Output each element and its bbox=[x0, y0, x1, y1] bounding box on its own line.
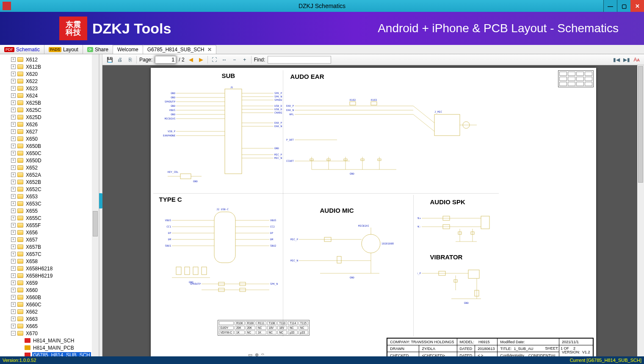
tree-expand-icon[interactable] bbox=[11, 79, 16, 83]
tree-expand-icon[interactable] bbox=[11, 273, 16, 278]
copy-icon[interactable]: ⎘ bbox=[126, 56, 134, 64]
tree-expand-icon[interactable] bbox=[11, 295, 16, 300]
tree-expand-icon[interactable] bbox=[11, 230, 16, 235]
tree-folder-X625C[interactable]: X625C bbox=[0, 106, 99, 114]
tree-folder-X653C[interactable]: X653C bbox=[0, 200, 99, 207]
viewer-scroll-thumb[interactable] bbox=[638, 66, 643, 183]
page-canvas[interactable]: SUB AUDO EAR TYPE C AUDIO MIC AUDIO SPK … bbox=[102, 65, 644, 356]
tree-expand-icon[interactable] bbox=[11, 259, 16, 264]
tree-expand-icon[interactable] bbox=[11, 136, 16, 141]
tree-folder-X653[interactable]: X653 bbox=[0, 193, 99, 200]
tree-expand-icon[interactable] bbox=[11, 324, 16, 328]
window-close-button[interactable]: ✕ bbox=[630, 0, 644, 12]
tree-folder-X655[interactable]: X655 bbox=[0, 207, 99, 214]
tree-folder-X620[interactable]: X620 bbox=[0, 70, 99, 78]
tab-share[interactable]: ⟳Share bbox=[83, 45, 113, 54]
tab-layout[interactable]: PADSLayout bbox=[44, 45, 83, 54]
tree-expand-icon[interactable] bbox=[11, 122, 16, 127]
doc-tab-close-icon[interactable]: ✕ bbox=[207, 47, 212, 53]
tree-folder-X612[interactable]: X612 bbox=[0, 56, 99, 63]
tree-expand-icon[interactable] bbox=[11, 201, 16, 206]
tree-folder-X665[interactable]: X665 bbox=[0, 322, 99, 330]
tree-folder-X652C[interactable]: X652C bbox=[0, 186, 99, 193]
tree-expand-icon[interactable] bbox=[11, 64, 16, 69]
tree-expand-icon[interactable] bbox=[11, 288, 16, 292]
tree-folder-X663[interactable]: X663 bbox=[0, 315, 99, 322]
tree-folder-X650[interactable]: X650 bbox=[0, 135, 99, 142]
tree-folder-X660B[interactable]: X660B bbox=[0, 294, 99, 301]
viewer-scrollbar[interactable] bbox=[637, 65, 644, 356]
tree-folder-X660C[interactable]: X660C bbox=[0, 301, 99, 308]
tree-folder-X650D[interactable]: X650D bbox=[0, 157, 99, 164]
tree-folder-X625B[interactable]: X625B bbox=[0, 99, 99, 106]
tree-folder-X652B[interactable]: X652B bbox=[0, 178, 99, 186]
tree-expand-icon[interactable] bbox=[11, 216, 16, 220]
page-input[interactable] bbox=[155, 56, 176, 64]
tree-folder-X670[interactable]: X670 bbox=[0, 330, 99, 337]
text-size-icon[interactable]: Aᴀ bbox=[633, 56, 641, 64]
tree-expand-icon[interactable] bbox=[11, 165, 16, 170]
tree-expand-icon[interactable] bbox=[11, 129, 16, 134]
tree-expand-icon[interactable] bbox=[11, 309, 16, 314]
tree-expand-icon[interactable] bbox=[11, 151, 16, 156]
pane-splitter[interactable] bbox=[99, 54, 102, 356]
tree-expand-icon[interactable] bbox=[11, 208, 16, 213]
fit-width-icon[interactable]: ↔ bbox=[221, 56, 228, 64]
tree-file-H814_MAIN_SCH[interactable]: H814_MAIN_SCH bbox=[0, 337, 99, 344]
tree-expand-icon[interactable] bbox=[11, 86, 16, 91]
tree-expand-icon[interactable] bbox=[11, 187, 16, 192]
tree-file-G6785_H814_SUB_SCH[interactable]: G6785_H814_SUB_SCH bbox=[0, 351, 99, 356]
tree-expand-icon[interactable] bbox=[11, 237, 16, 242]
tree-folder-X625D[interactable]: X625D bbox=[0, 114, 99, 121]
tree-expand-icon[interactable] bbox=[11, 180, 16, 184]
find-next-icon[interactable]: ▶▮ bbox=[623, 56, 630, 64]
window-minimize-button[interactable]: — bbox=[603, 0, 617, 12]
tree-folder-X658[interactable]: X658 bbox=[0, 258, 99, 265]
doc-tab-welcome[interactable]: Welcome bbox=[113, 45, 143, 54]
zoom-in-icon[interactable]: + bbox=[241, 56, 249, 64]
page-prev-icon[interactable]: ◀ bbox=[187, 56, 195, 64]
tree-folder-X657C[interactable]: X657C bbox=[0, 250, 99, 258]
print-icon[interactable]: 🖨 bbox=[116, 56, 124, 64]
tree-expand-icon[interactable] bbox=[11, 223, 16, 228]
fit-page-icon[interactable]: ⛶ bbox=[210, 56, 218, 64]
tree-folder-X656[interactable]: X656 bbox=[0, 229, 99, 236]
tree-expand-icon[interactable] bbox=[11, 331, 16, 336]
save-icon[interactable]: 💾 bbox=[106, 56, 113, 64]
tree-folder-X657B[interactable]: X657B bbox=[0, 243, 99, 250]
tree-expand-icon[interactable] bbox=[11, 281, 16, 285]
tree-expand-icon[interactable] bbox=[11, 302, 16, 307]
tree-folder-X626[interactable]: X626 bbox=[0, 121, 99, 128]
tree-folder-X652[interactable]: X652 bbox=[0, 164, 99, 171]
tree-folder-X627[interactable]: X627 bbox=[0, 128, 99, 135]
tree-folder-X658H6219[interactable]: X658H6219 bbox=[0, 272, 99, 279]
tree-expand-icon[interactable] bbox=[11, 57, 16, 62]
doc-tab-active[interactable]: G6785_H814_SUB_SCH✕ bbox=[143, 45, 217, 54]
tree-folder-X657[interactable]: X657 bbox=[0, 236, 99, 243]
zoom-out-icon[interactable]: − bbox=[231, 56, 238, 64]
tree-folder-X622[interactable]: X622 bbox=[0, 78, 99, 85]
tree-folder-X650B[interactable]: X650B bbox=[0, 142, 99, 150]
tree-expand-icon[interactable] bbox=[11, 245, 16, 249]
tree-expand-icon[interactable] bbox=[11, 72, 16, 76]
page-next-icon[interactable]: ▶ bbox=[197, 56, 205, 64]
tree-expand-icon[interactable] bbox=[11, 93, 16, 98]
tree-expand-icon[interactable] bbox=[11, 172, 16, 177]
tab-schematic[interactable]: PDFSchematic bbox=[0, 45, 44, 54]
tree-folder-X623[interactable]: X623 bbox=[0, 85, 99, 92]
tree-expand-icon[interactable] bbox=[11, 115, 16, 119]
window-maximize-button[interactable]: ▢ bbox=[617, 0, 630, 12]
tree-scroll-thumb[interactable] bbox=[93, 211, 98, 236]
tree-folder-X658H6218[interactable]: X658H6218 bbox=[0, 265, 99, 272]
tree-folder-X662[interactable]: X662 bbox=[0, 308, 99, 315]
tree-expand-icon[interactable] bbox=[11, 266, 16, 271]
tree-scrollbar[interactable] bbox=[92, 54, 99, 356]
tree-expand-icon[interactable] bbox=[11, 158, 16, 163]
tree-folder-X659[interactable]: X659 bbox=[0, 279, 99, 286]
tree-folder-X655F[interactable]: X655F bbox=[0, 222, 99, 229]
tree-folder-X655C[interactable]: X655C bbox=[0, 214, 99, 222]
tree-folder-X624[interactable]: X624 bbox=[0, 92, 99, 99]
tree-expand-icon[interactable] bbox=[11, 317, 16, 321]
tree-file-H814_MAIN_PCB[interactable]: H814_MAIN_PCB bbox=[0, 344, 99, 351]
tree-expand-icon[interactable] bbox=[11, 100, 16, 105]
